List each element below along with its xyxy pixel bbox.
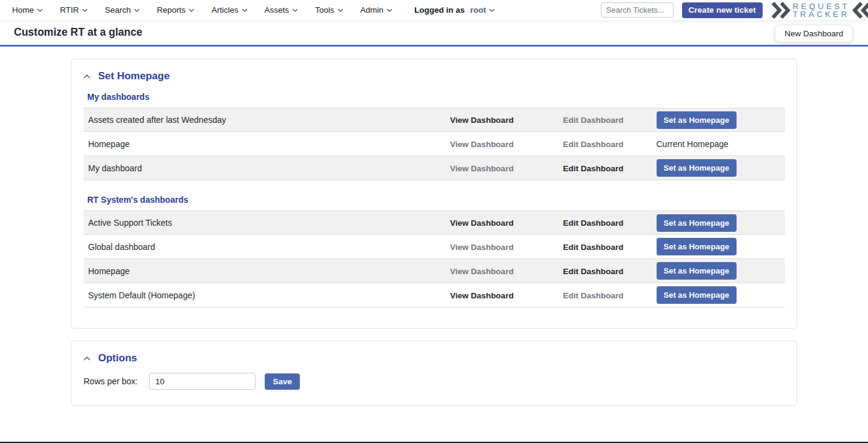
set-as-homepage-button[interactable]: Set as Homepage bbox=[657, 238, 737, 255]
nav-right-group: Create new ticket REQUEST TRACKER bbox=[601, 1, 868, 19]
nav-item-admin[interactable]: Admin bbox=[352, 5, 401, 15]
chevron-down-icon bbox=[242, 7, 248, 13]
options-card: Options Rows per box: Save bbox=[71, 341, 797, 406]
rows-per-box-input[interactable] bbox=[149, 373, 256, 390]
section-title[interactable]: Set Homepage bbox=[98, 70, 170, 82]
nav-item-label: Articles bbox=[211, 5, 238, 15]
nav-item-label: RTIR bbox=[60, 5, 79, 15]
chevron-down-icon bbox=[337, 7, 343, 13]
nav-item-label: Admin bbox=[360, 5, 383, 15]
nav-item-tools[interactable]: Tools bbox=[306, 5, 352, 15]
view-dashboard-link[interactable]: View Dashboard bbox=[450, 267, 514, 276]
nav-item-assets[interactable]: Assets bbox=[256, 5, 307, 15]
table-row: Homepage View Dashboard Edit Dashboard S… bbox=[84, 259, 785, 283]
nav-item-rtir[interactable]: RTIR bbox=[51, 5, 96, 15]
group-heading-my-dashboards[interactable]: My dashboards bbox=[87, 92, 785, 102]
edit-dashboard-link[interactable]: Edit Dashboard bbox=[563, 267, 624, 276]
view-dashboard-link[interactable]: View Dashboard bbox=[450, 164, 514, 173]
dashboard-name: Assets created after last Wednesday bbox=[84, 115, 428, 125]
dashboard-name: Active Support Tickets bbox=[84, 218, 428, 228]
nav-item-logged-in[interactable]: Logged in as root bbox=[401, 5, 504, 15]
rows-per-box-label: Rows per box: bbox=[84, 376, 137, 386]
title-bar: Customize RT at a glance New Dashboard bbox=[0, 20, 868, 47]
table-row: My dashboard View Dashboard Edit Dashboa… bbox=[84, 156, 785, 180]
top-nav: Home RTIR Search Reports Articles Assets… bbox=[0, 0, 868, 20]
nav-item-search[interactable]: Search bbox=[96, 5, 148, 15]
edit-dashboard-link[interactable]: Edit Dashboard bbox=[563, 291, 624, 300]
current-homepage-label: Current Homepage bbox=[657, 139, 729, 149]
chevron-down-icon bbox=[489, 7, 495, 13]
nav-item-label: Home bbox=[12, 5, 34, 15]
table-row: System Default (Homepage) View Dashboard… bbox=[84, 283, 785, 307]
dashboard-name: System Default (Homepage) bbox=[84, 290, 428, 300]
logo-line2: TRACKER bbox=[793, 10, 850, 18]
logged-in-username: root bbox=[470, 5, 486, 15]
logo-line1: REQUEST bbox=[793, 2, 850, 10]
edit-dashboard-link[interactable]: Edit Dashboard bbox=[563, 140, 624, 149]
table-row: Global dashboard View Dashboard Edit Das… bbox=[84, 235, 785, 259]
nav-item-label: Reports bbox=[157, 5, 185, 15]
dashboard-name: Homepage bbox=[84, 266, 428, 276]
chevron-up-icon[interactable] bbox=[83, 355, 91, 363]
view-dashboard-link[interactable]: View Dashboard bbox=[450, 291, 514, 300]
nav-item-articles[interactable]: Articles bbox=[203, 5, 256, 15]
set-as-homepage-button[interactable]: Set as Homepage bbox=[657, 214, 737, 232]
set-as-homepage-button[interactable]: Set as Homepage bbox=[657, 111, 737, 129]
new-dashboard-button[interactable]: New Dashboard bbox=[775, 25, 853, 42]
table-row: Active Support Tickets View Dashboard Ed… bbox=[84, 211, 785, 235]
main-content: Set Homepage My dashboards Assets create… bbox=[0, 47, 868, 406]
chevron-down-icon bbox=[188, 7, 194, 13]
edit-dashboard-link[interactable]: Edit Dashboard bbox=[563, 116, 624, 125]
table-row: Assets created after last Wednesday View… bbox=[84, 108, 785, 132]
chevron-down-icon bbox=[134, 7, 140, 13]
nav-item-reports[interactable]: Reports bbox=[148, 5, 203, 15]
chevron-down-icon bbox=[37, 7, 43, 13]
section-title[interactable]: Options bbox=[98, 352, 137, 364]
view-dashboard-link[interactable]: View Dashboard bbox=[450, 116, 514, 125]
double-chevron-right-icon bbox=[771, 1, 790, 19]
nav-item-label: Search bbox=[105, 5, 131, 15]
dashboard-name: Global dashboard bbox=[84, 242, 428, 252]
system-dashboards-table: Active Support Tickets View Dashboard Ed… bbox=[84, 211, 785, 307]
chevron-down-icon bbox=[82, 7, 88, 13]
edit-dashboard-link[interactable]: Edit Dashboard bbox=[563, 218, 624, 228]
set-homepage-card: Set Homepage My dashboards Assets create… bbox=[71, 59, 797, 329]
chevron-down-icon bbox=[386, 7, 393, 13]
double-chevron-left-icon bbox=[852, 1, 868, 19]
rows-per-box-form: Rows per box: Save bbox=[83, 373, 785, 390]
dashboard-name: Homepage bbox=[84, 139, 428, 149]
set-homepage-header: Set Homepage bbox=[83, 70, 785, 82]
my-dashboards-table: Assets created after last Wednesday View… bbox=[84, 108, 785, 180]
nav-item-label: Tools bbox=[315, 5, 334, 15]
edit-dashboard-link[interactable]: Edit Dashboard bbox=[563, 243, 624, 252]
page-title: Customize RT at a glance bbox=[0, 26, 142, 39]
view-dashboard-link[interactable]: View Dashboard bbox=[450, 218, 514, 228]
save-button[interactable]: Save bbox=[265, 373, 300, 390]
set-as-homepage-button[interactable]: Set as Homepage bbox=[657, 159, 737, 177]
logo-wordmark: REQUEST TRACKER bbox=[793, 2, 850, 18]
nav-item-home[interactable]: Home bbox=[4, 5, 51, 15]
search-tickets-input[interactable] bbox=[601, 2, 674, 18]
options-header: Options bbox=[83, 352, 785, 364]
chevron-down-icon bbox=[292, 7, 298, 13]
view-dashboard-link[interactable]: View Dashboard bbox=[450, 243, 514, 252]
view-dashboard-link[interactable]: View Dashboard bbox=[450, 140, 514, 149]
dashboard-name: My dashboard bbox=[84, 163, 428, 173]
nav-item-label: Assets bbox=[265, 5, 290, 15]
logged-in-label: Logged in as bbox=[414, 5, 465, 15]
table-row: Homepage View Dashboard Edit Dashboard C… bbox=[84, 132, 785, 156]
edit-dashboard-link[interactable]: Edit Dashboard bbox=[563, 164, 624, 173]
set-as-homepage-button[interactable]: Set as Homepage bbox=[657, 286, 737, 304]
request-tracker-logo: REQUEST TRACKER bbox=[771, 1, 868, 19]
create-new-ticket-button[interactable]: Create new ticket bbox=[682, 2, 763, 18]
group-heading-system-dashboards[interactable]: RT System's dashboards bbox=[87, 195, 785, 205]
chevron-up-icon[interactable] bbox=[83, 73, 91, 80]
set-as-homepage-button[interactable]: Set as Homepage bbox=[657, 262, 737, 280]
